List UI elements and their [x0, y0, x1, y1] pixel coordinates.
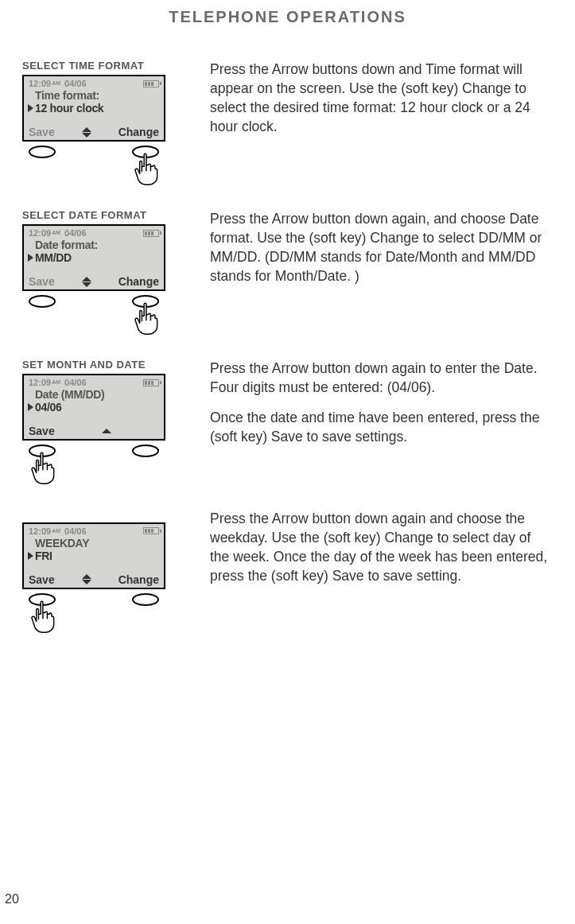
hand-pointer-icon [130, 152, 161, 190]
paragraph: Once the date and time have been entered… [210, 408, 553, 446]
page-title: TELEPHONE OPERATIONS [22, 8, 553, 26]
status-ampm: AM [52, 528, 60, 534]
left-column: SET MONTH AND DATE 12:09AM 04/06 Date (M… [22, 359, 189, 457]
caret-right-icon [28, 552, 33, 560]
hand-pointer-icon [130, 301, 161, 340]
phone-screen: 12:09AM 04/06 Time format:12 hour clock … [22, 75, 165, 142]
battery-icon [143, 230, 159, 237]
left-hardware-button[interactable] [29, 146, 56, 158]
screen-line-1: Time format: [35, 89, 159, 102]
paragraph: Press the Arrow button down again and ch… [210, 509, 553, 586]
hardware-buttons [22, 295, 165, 308]
screen-value: MM/DD [35, 251, 72, 264]
status-bar: 12:09AM 04/06 [29, 79, 159, 88]
hardware-buttons [22, 146, 165, 158]
right-hardware-button[interactable] [132, 146, 159, 158]
description: Press the Arrow button down again and ch… [210, 509, 553, 597]
caret-right-icon [28, 254, 33, 262]
left-hardware-button[interactable] [29, 295, 56, 308]
softkey-save: Save [29, 425, 55, 437]
caret-right-icon [28, 403, 33, 411]
page-number: 20 [5, 892, 19, 907]
battery-icon [143, 379, 159, 386]
left-column: SELECT DATE FORMAT 12:09AM 04/06 Date fo… [22, 209, 189, 308]
status-ampm: AM [52, 379, 60, 385]
status-time: 12:09 [29, 378, 51, 387]
updown-icon [82, 277, 91, 287]
screen-line-1: WEEKDAY [35, 537, 159, 549]
paragraph: Press the Arrow button down again, and c… [210, 209, 553, 286]
description: Press the Arrow buttons down and Time fo… [210, 60, 553, 148]
updown-icon [82, 574, 91, 584]
hardware-buttons [22, 445, 165, 457]
screen-line-1: Date (MM/DD) [35, 388, 159, 401]
section-label: SET MONTH AND DATE [22, 359, 189, 371]
softkey-row: Save [29, 425, 159, 437]
softkey-change: Change [118, 275, 159, 288]
status-bar: 12:09AM 04/06 [29, 378, 159, 387]
status-date: 04/06 [64, 378, 87, 387]
screen-line-2: 04/06 [29, 401, 159, 413]
section: SET MONTH AND DATE 12:09AM 04/06 Date (M… [22, 359, 553, 458]
section-label: SELECT DATE FORMAT [22, 209, 189, 221]
screen-line-2: FRI [29, 549, 159, 562]
status-date: 04/06 [64, 79, 87, 88]
hardware-buttons [22, 593, 165, 606]
softkey-change: Change [118, 573, 159, 586]
description: Press the Arrow button down again to ent… [210, 359, 553, 458]
screen-line-1: Date format: [35, 239, 159, 251]
softkey-save: Save [29, 275, 55, 288]
softkey-row: Save Change [29, 126, 159, 138]
status-date: 04/06 [64, 228, 87, 238]
description: Press the Arrow button down again, and c… [210, 209, 553, 297]
screen-line-2: MM/DD [29, 251, 159, 264]
status-bar: 12:09AM 04/06 [29, 228, 159, 238]
battery-icon [143, 527, 159, 534]
screen-value: 04/06 [35, 401, 62, 413]
status-date: 04/06 [64, 526, 87, 536]
section-label: SELECT TIME FORMAT [22, 60, 189, 72]
right-hardware-button[interactable] [132, 445, 159, 457]
paragraph: Press the Arrow button down again to ent… [210, 359, 553, 397]
status-bar: 12:09AM 04/06 [29, 526, 159, 536]
battery-icon [143, 80, 159, 87]
softkey-save: Save [29, 573, 55, 586]
section: SELECT TIME FORMAT 12:09AM 04/06 Time fo… [22, 60, 553, 158]
screen-value: FRI [35, 549, 52, 562]
left-column: SELECT TIME FORMAT 12:09AM 04/06 Time fo… [22, 60, 189, 158]
updown-icon [82, 127, 91, 138]
right-hardware-button[interactable] [132, 593, 159, 606]
phone-screen: 12:09AM 04/06 Date format:MM/DD Save Cha… [22, 224, 165, 291]
phone-screen: 12:09AM 04/06 Date (MM/DD)04/06 Save [22, 374, 165, 441]
section: 12:09AM 04/06 WEEKDAYFRI Save Change Pre… [22, 509, 553, 606]
left-hardware-button[interactable] [29, 593, 56, 606]
screen-value: 12 hour clock [35, 102, 103, 115]
softkey-row: Save Change [29, 275, 159, 288]
right-hardware-button[interactable] [132, 295, 159, 308]
up-icon [102, 429, 111, 433]
softkey-save: Save [29, 126, 55, 138]
hand-pointer-icon [27, 451, 57, 489]
caret-right-icon [28, 104, 33, 112]
left-hardware-button[interactable] [29, 445, 56, 457]
status-time: 12:09 [29, 526, 51, 536]
left-column: 12:09AM 04/06 WEEKDAYFRI Save Change [22, 509, 189, 606]
paragraph: Press the Arrow buttons down and Time fo… [210, 60, 553, 137]
status-ampm: AM [52, 80, 60, 86]
status-time: 12:09 [29, 228, 51, 238]
phone-screen: 12:09AM 04/06 WEEKDAYFRI Save Change [22, 522, 165, 589]
screen-line-2: 12 hour clock [29, 102, 159, 115]
hand-pointer-icon [27, 600, 57, 638]
section: SELECT DATE FORMAT 12:09AM 04/06 Date fo… [22, 209, 553, 308]
status-ampm: AM [52, 230, 60, 235]
softkey-row: Save Change [29, 573, 159, 586]
softkey-change: Change [118, 126, 159, 138]
status-time: 12:09 [29, 79, 51, 88]
